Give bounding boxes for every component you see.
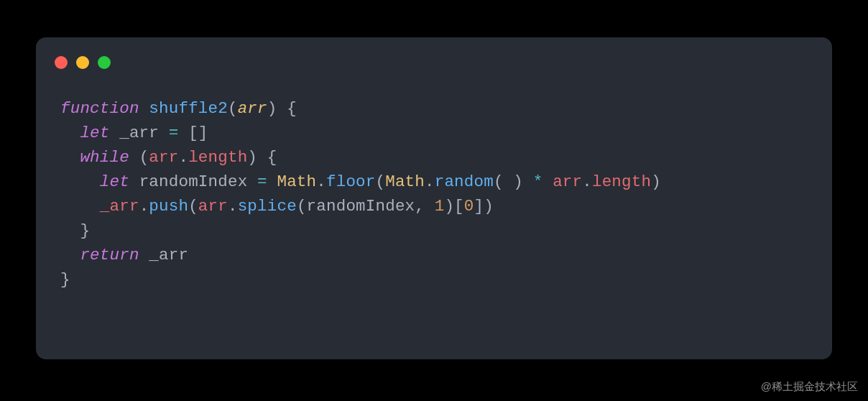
keyword-function: function [60, 99, 139, 118]
var-randomIndex: randomIndex [307, 197, 415, 216]
window-traffic-lights [55, 56, 111, 69]
call-random: random [435, 172, 494, 191]
keyword-while: while [80, 148, 129, 167]
number-0: 0 [464, 197, 474, 216]
code-editor-window: function shuffle2(arr) { let _arr = [] w… [36, 37, 832, 359]
function-name: shuffle2 [149, 99, 228, 118]
var-randomIndex: randomIndex [139, 172, 248, 191]
keyword-let: let [80, 124, 109, 142]
class-Math: Math [385, 172, 425, 191]
keyword-return: return [80, 246, 139, 264]
keyword-let: let [100, 172, 129, 191]
code-content: function shuffle2(arr) { let _arr = [] w… [60, 96, 813, 292]
window-minimize-icon[interactable] [76, 56, 89, 69]
var-_arr: _arr [100, 197, 139, 216]
call-push: push [149, 197, 188, 216]
call-splice: splice [238, 197, 297, 216]
window-close-icon[interactable] [55, 56, 68, 69]
param-arr: arr [238, 99, 267, 118]
number-1: 1 [435, 197, 445, 216]
watermark-text: @稀土掘金技术社区 [761, 380, 858, 394]
call-floor: floor [326, 172, 376, 191]
prop-length: length [592, 172, 651, 191]
window-maximize-icon[interactable] [98, 56, 111, 69]
var-arr: arr [198, 197, 228, 216]
class-Math: Math [277, 172, 316, 191]
var-arr: arr [553, 172, 582, 191]
var-_arr: _arr [149, 246, 188, 264]
var-_arr: _arr [119, 124, 159, 142]
var-arr: arr [149, 148, 178, 167]
prop-length: length [188, 148, 247, 167]
